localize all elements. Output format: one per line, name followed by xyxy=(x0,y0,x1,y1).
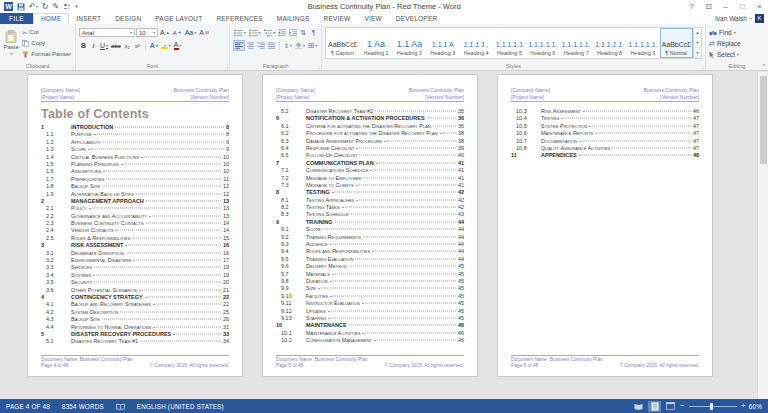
tab-file[interactable]: FILE xyxy=(0,13,33,24)
help-icon[interactable]: ? xyxy=(683,0,700,13)
toc-entry[interactable]: 9.5Training Evaluation44 xyxy=(276,256,464,263)
font-size-caret-icon[interactable]: ▾ xyxy=(153,30,155,35)
toc-entry[interactable]: 6.2Procedure for activating the Disaster… xyxy=(276,130,464,137)
format-painter-button[interactable]: Format Painter xyxy=(21,49,72,59)
shading-caret-icon[interactable]: ▾ xyxy=(303,43,305,48)
toc-entry[interactable]: 10.2Configuration Management46 xyxy=(276,337,464,344)
account-dropdown-caret[interactable]: ▾ xyxy=(750,16,752,21)
toc-entry[interactable]: 7.2Message to Employees41 xyxy=(276,175,464,182)
text-effects-button[interactable]: A▾ xyxy=(149,40,159,51)
font-color-button[interactable]: A▾ xyxy=(173,40,183,51)
toc-entry[interactable]: 10.4Testing47 xyxy=(511,115,699,122)
ribbon-display-options-icon[interactable]: ⊡ xyxy=(700,0,717,13)
paste-button[interactable]: Paste ▾ xyxy=(3,27,19,59)
underline-caret-icon[interactable]: ▾ xyxy=(106,43,108,48)
find-caret-icon[interactable]: ▾ xyxy=(734,30,736,35)
tab-page-layout[interactable]: PAGE LAYOUT xyxy=(148,13,209,24)
toc-entry[interactable]: 7.1Communications Schedule41 xyxy=(276,167,464,174)
undo-icon[interactable]: ↶▾ xyxy=(29,1,38,12)
toc-entry[interactable]: 3.6Other Potential Scenarios21 xyxy=(41,287,229,294)
undo-dropdown-caret[interactable]: ▾ xyxy=(36,1,38,12)
tab-home[interactable]: HOME xyxy=(33,13,69,24)
toc-entry[interactable]: 1.4Critical Business Functions10 xyxy=(41,154,229,161)
pen-icon[interactable]: ✎ xyxy=(52,1,59,12)
toc-entry[interactable]: 2.4Vendor Contacts14 xyxy=(41,227,229,234)
tab-developer[interactable]: DEVELOPER xyxy=(389,13,445,24)
tab-view[interactable]: VIEW xyxy=(357,13,388,24)
vertical-scrollbar[interactable] xyxy=(757,72,768,399)
clear-formatting-button[interactable]: A xyxy=(198,27,210,38)
toc-entry[interactable]: 3.4Systems19 xyxy=(41,272,229,279)
toc-entry[interactable]: 10.7Documentation47 xyxy=(511,138,699,145)
increase-indent-button[interactable] xyxy=(288,27,298,38)
align-left-button[interactable] xyxy=(233,40,245,51)
style-item-heading-1[interactable]: 1 AaHeading 1 xyxy=(359,28,392,58)
avatar[interactable]: K xyxy=(755,14,764,23)
toc-entry[interactable]: 10.3Risk Assessment46 xyxy=(511,108,699,115)
font-name-caret-icon[interactable]: ▾ xyxy=(130,30,132,35)
toc-entry[interactable]: 9.6Delivery Method45 xyxy=(276,263,464,270)
shading-button[interactable]: ▾ xyxy=(294,40,306,51)
status-language[interactable]: ENGLISH (UNITED STATES) xyxy=(131,403,230,410)
minimize-icon[interactable]: – xyxy=(717,0,734,13)
toc-entry[interactable]: 8.3Testing Schedule43 xyxy=(276,211,464,218)
toc-entry[interactable]: 10.1Maintenance Activities46 xyxy=(276,330,464,337)
share-icon[interactable] xyxy=(63,3,71,10)
style-item-heading-7[interactable]: 1.1.1.1.1.1Heading 7 xyxy=(560,28,593,58)
toc-entry[interactable]: 6.5Follow-Up Checklist40 xyxy=(276,152,464,159)
scrollbar-thumb[interactable] xyxy=(760,76,767,164)
toc-entry[interactable]: 10.8Quality Assurance Activities47 xyxy=(511,145,699,152)
toc-entry[interactable]: 8.2Testing Tasks42 xyxy=(276,204,464,211)
toc-entry[interactable]: 5.1Disaster Recovery Team #134 xyxy=(41,338,229,345)
zoom-out-icon[interactable]: − xyxy=(680,401,685,411)
highlight-caret-icon[interactable]: ▾ xyxy=(169,43,171,48)
justify-button[interactable] xyxy=(267,40,277,51)
zoom-level[interactable]: 60% xyxy=(749,403,762,410)
toc-entry[interactable]: 9.1Scope44 xyxy=(276,226,464,233)
toc-entry[interactable]: 1.2Applicability9 xyxy=(41,139,229,146)
toc-entry[interactable]: 1.3Scope9 xyxy=(41,146,229,153)
toc-entry[interactable]: 4.3Backup Site26 xyxy=(41,316,229,323)
toc-entry[interactable]: 3.5Security20 xyxy=(41,279,229,286)
italic-button[interactable]: I xyxy=(89,40,98,51)
text-effects-caret-icon[interactable]: ▾ xyxy=(156,43,158,48)
toc-entry[interactable]: 1.1Purpose8 xyxy=(41,131,229,138)
toc-entry[interactable]: 3.3Services19 xyxy=(41,264,229,271)
strikethrough-button[interactable]: abc xyxy=(110,40,122,51)
document-page-4[interactable]: [Company Name] [Project Name] Business C… xyxy=(27,74,243,377)
line-spacing-button[interactable]: ⇕▾ xyxy=(283,40,293,51)
paste-dropdown-caret[interactable]: ▾ xyxy=(10,51,12,56)
zoom-in-icon[interactable]: + xyxy=(741,401,746,411)
cut-button[interactable]: ✂ Cut xyxy=(21,27,72,37)
select-button[interactable]: Select ▾ xyxy=(709,49,765,60)
toc-entry[interactable]: 4.4Returning to Normal Operations31 xyxy=(41,324,229,331)
toc-entry[interactable]: 2Management Approach13 xyxy=(41,198,229,205)
font-dialog-launcher-icon[interactable]: ⌟ xyxy=(226,64,228,69)
toc-entry[interactable]: 9.2Training Requirements44 xyxy=(276,234,464,241)
select-caret-icon[interactable]: ▾ xyxy=(737,52,739,57)
tab-references[interactable]: REFERENCES xyxy=(209,13,269,24)
read-mode-button[interactable] xyxy=(632,401,645,412)
font-size-combo[interactable]: 10 ▾ xyxy=(136,28,158,37)
zoom-slider[interactable] xyxy=(689,406,737,407)
numbering-caret-icon[interactable]: ▾ xyxy=(259,30,261,35)
toc-entry[interactable]: 3.2Environmental Disasters17 xyxy=(41,257,229,264)
toc-entry[interactable]: 6.1Criteria for activating the Disaster … xyxy=(276,123,464,130)
line-spacing-caret-icon[interactable]: ▾ xyxy=(290,43,292,48)
sort-button[interactable]: ⇅ xyxy=(299,27,308,38)
toc-entry[interactable]: 11Appendices48 xyxy=(511,152,699,159)
font-name-combo[interactable]: Arial ▾ xyxy=(79,28,135,37)
style-item-heading-8[interactable]: 1.1.1.1.1.1Heading 8 xyxy=(593,28,626,58)
toc-entry[interactable]: 5.2Disaster Recovery Team #235 xyxy=(276,108,464,115)
account-area[interactable]: Ivan Walsh ▾ K xyxy=(715,13,768,24)
gallery-scroll-up-icon[interactable]: ▲ xyxy=(694,28,701,38)
toc-entry[interactable]: 8Testing42 xyxy=(276,189,464,196)
toc-entry[interactable]: 3Risk Assessment16 xyxy=(41,242,229,249)
toc-entry[interactable]: 10Maintenance46 xyxy=(276,322,464,329)
shrink-font-button[interactable]: A▼ xyxy=(172,27,183,38)
status-page-count[interactable]: PAGE 4 OF 48 xyxy=(0,403,56,410)
decrease-indent-button[interactable] xyxy=(277,27,287,38)
bullets-caret-icon[interactable]: ▾ xyxy=(244,30,246,35)
toc-entry[interactable]: 9.11Instructor Evaluation45 xyxy=(276,300,464,307)
print-layout-button[interactable] xyxy=(648,401,661,412)
